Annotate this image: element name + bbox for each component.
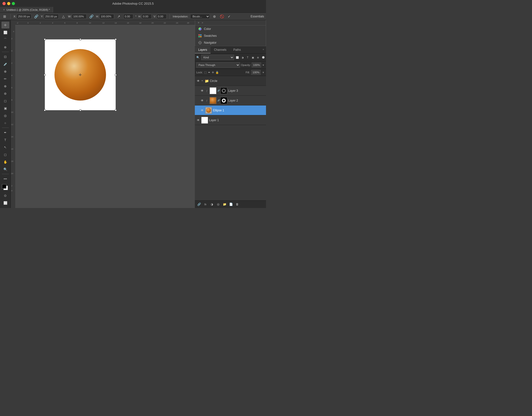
svg-point-39 [200,42,200,43]
smart-filter-icon[interactable]: ⊛ [256,55,260,60]
panel-expand-icon[interactable]: » [201,21,204,24]
adjustment-filter-icon[interactable]: ◑ [240,55,245,60]
new-group-icon[interactable]: 📁 [222,202,227,207]
handle-bl[interactable] [44,109,46,111]
navigator-panel-item[interactable]: Navigator [195,39,266,46]
layer-item-ellipse1[interactable]: 👁 Ellipse 1 [195,105,266,115]
opacity-expand-icon[interactable]: ▼ [262,64,265,66]
new-layer-icon[interactable]: 📄 [228,202,234,207]
handle-tl[interactable] [44,39,46,40]
layer2-link-icon[interactable]: 🔗 [217,99,219,102]
blur-tool[interactable]: ◎ [1,112,9,119]
lock-position-icon[interactable]: ✒ [208,71,210,74]
select-rect-tool[interactable]: ⬜ [1,29,9,36]
lock-pixels-icon[interactable]: ⬚ [204,71,207,74]
transform-icon[interactable]: ⊞ [2,14,7,19]
handle-mr[interactable] [115,74,117,76]
handle-br[interactable] [115,109,117,111]
lock-all-icon[interactable]: 🔒 [215,71,219,74]
opacity-input[interactable] [252,63,261,67]
close-button[interactable] [2,2,6,5]
link-layers-icon[interactable]: 🔗 [196,202,202,207]
v-input[interactable] [157,14,167,19]
interpolation-select[interactable]: Bicubi... [190,14,210,19]
document-tab[interactable]: ✕ Untitled-1 @ 200% (Circle, RGB/8) * [0,7,53,13]
maximize-button[interactable] [12,2,15,5]
color-swatches [1,184,9,192]
tab-paths[interactable]: Paths [230,47,244,53]
panel-expand-btn[interactable]: » [261,47,266,53]
type-tool[interactable]: T [1,136,9,143]
tab-layers[interactable]: Layers [195,47,211,53]
ellipse1-visibility-icon[interactable]: 👁 [200,108,204,112]
handle-ml[interactable] [44,74,46,76]
traffic-lights[interactable] [2,2,15,5]
pen-tool[interactable]: ✒ [1,129,9,136]
swatches-panel-item[interactable]: Swatches [195,32,266,39]
fx-button[interactable]: fx [203,202,208,207]
panel-close-icon[interactable]: ✕ [197,21,200,24]
pixel-filter-icon[interactable]: ⬜ [235,55,239,60]
fill-expand-icon[interactable]: ▼ [262,71,265,74]
y-input[interactable] [44,14,59,19]
color-panel-item[interactable]: Color [195,26,266,32]
layer-item-layer2[interactable]: 👁 ƒ 🔗 Layer 2 [195,96,266,105]
minimize-button[interactable] [7,2,10,5]
tab-channels[interactable]: Channels [211,47,230,53]
eraser-tool[interactable]: ◻ [1,97,9,104]
layer3-link-icon[interactable]: 🔗 [217,90,219,92]
hand-tool[interactable]: ✋ [1,158,9,165]
delete-layer-icon[interactable]: 🗑 [235,202,240,207]
handle-tm[interactable] [80,39,81,40]
kind-select[interactable]: Kind [201,55,234,60]
new-adjustment-icon[interactable]: ◎ [215,202,221,207]
lock-move-icon[interactable]: ✛ [212,71,214,74]
add-mask-icon[interactable]: ◑ [209,202,214,207]
angle-input[interactable] [123,14,133,19]
move-tool[interactable]: ✛ [1,22,9,28]
link-scale-icon[interactable]: 🔗 [89,14,94,19]
brush-tool[interactable]: ✏ [1,75,9,82]
crop-tool[interactable]: ⊡ [1,53,9,60]
h-input[interactable] [99,14,114,19]
lasso-tool[interactable]: ⌒ [1,36,9,43]
h2-input[interactable] [142,14,152,19]
shape-tool[interactable]: ◻ [1,151,9,158]
layer-group-circle[interactable]: 👁 ▼ 📁 Circle [195,76,266,86]
handle-bm[interactable] [80,109,81,111]
layer2-visibility-icon[interactable]: 👁 [200,99,204,103]
tab-close-icon[interactable]: ✕ [3,8,5,11]
layer3-visibility-icon[interactable]: 👁 [200,89,204,93]
fill-input[interactable] [251,70,261,75]
group-collapse-arrow[interactable]: ▼ [201,80,203,82]
confirm-transform-icon[interactable]: ✓ [226,14,232,19]
svg-rect-16 [11,25,15,208]
layer-item-layer3[interactable]: 👁 ƒ 🔗 Layer 3 [195,86,266,96]
blend-mode-select[interactable]: Pass Through [196,62,240,68]
w-input[interactable] [72,14,87,19]
history-brush-tool[interactable]: ⊚ [1,90,9,97]
eyedropper-tool[interactable]: 💉 [1,61,9,67]
filter-toggle[interactable] [262,56,265,59]
extra-tools[interactable]: ••• [1,175,9,182]
zoom-tool[interactable]: 🔍 [1,166,9,173]
clone-tool[interactable]: ⊕ [1,83,9,90]
cancel-transform-icon[interactable]: 🚫 [219,14,225,19]
heal-tool[interactable]: ⊕ [1,68,9,75]
type-filter-icon[interactable]: T [245,55,250,60]
group-visibility-icon[interactable]: 👁 [196,79,200,83]
foreground-color-swatch[interactable] [2,184,6,189]
layer1-visibility-icon[interactable]: 👁 [196,118,200,122]
dodge-tool[interactable]: ○ [1,119,9,126]
layer-item-layer1[interactable]: 👁 Layer 1 [195,115,266,125]
shape-filter-icon[interactable]: ▣ [251,55,255,60]
x-input[interactable] [17,14,31,19]
screen-mode-tool[interactable]: ⬜ [1,199,9,206]
handle-tr[interactable] [115,39,117,40]
quick-select-tool[interactable]: ⊕ [1,44,9,51]
quick-mask-tool[interactable]: ⊙ [1,192,9,199]
warp-icon[interactable]: ⊛ [212,14,217,19]
link-transform-icon[interactable]: 🔗 [33,14,39,19]
path-select-tool[interactable]: ↖ [1,144,9,151]
gradient-tool[interactable]: ▣ [1,105,9,112]
